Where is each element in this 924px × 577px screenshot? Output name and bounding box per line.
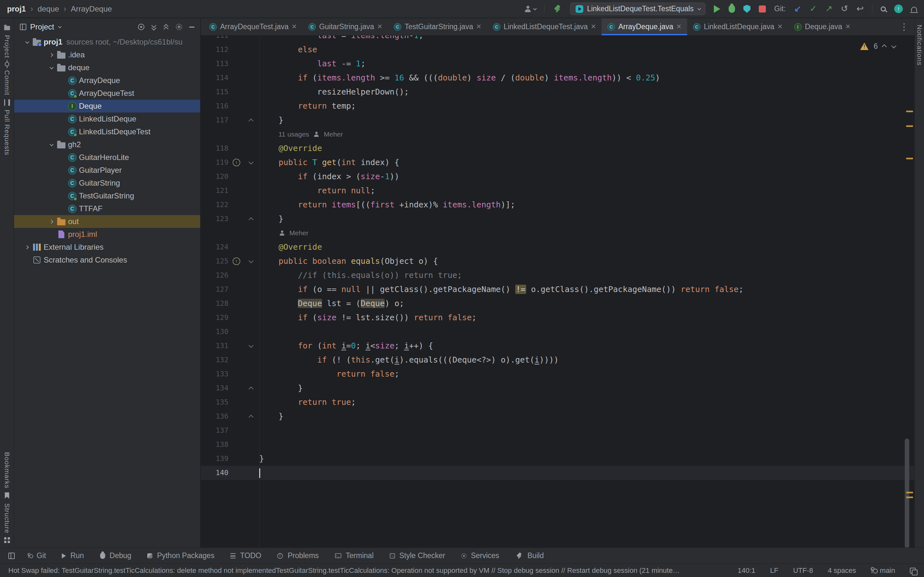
- vcs-update-icon[interactable]: [794, 5, 801, 13]
- locate-icon[interactable]: [138, 24, 144, 30]
- tab-arraydeque-java[interactable]: CArrayDeque.java: [602, 18, 687, 35]
- tab-deque-java[interactable]: IDeque.java: [788, 18, 856, 35]
- line-number[interactable]: 134: [201, 381, 228, 395]
- debug-button[interactable]: [729, 5, 735, 13]
- code-line[interactable]: 128 Deque lst = (Deque) o;: [201, 297, 914, 311]
- tree-item-guitarherolite[interactable]: CGuitarHeroLite: [14, 151, 200, 164]
- overrides-method-icon[interactable]: [233, 159, 240, 166]
- code-line[interactable]: 119 public T get(int index) {: [201, 155, 914, 169]
- close-icon[interactable]: [845, 23, 850, 31]
- fold-open-icon[interactable]: [248, 343, 254, 348]
- line-number[interactable]: 122: [201, 198, 228, 212]
- line-number[interactable]: 113: [201, 57, 228, 71]
- code-line[interactable]: 123 }: [201, 212, 914, 226]
- line-number[interactable]: 139: [201, 452, 228, 466]
- line-number[interactable]: 133: [201, 367, 228, 381]
- fold-open-icon[interactable]: [248, 159, 254, 164]
- ide-update-icon[interactable]: [894, 5, 903, 13]
- code-line[interactable]: 134 }: [201, 381, 914, 395]
- line-number[interactable]: 124: [201, 240, 228, 254]
- line-number[interactable]: 112: [201, 43, 228, 57]
- tab-linkedlistdeque-java[interactable]: CLinkedListDeque.java: [687, 18, 788, 35]
- run-configuration-selector[interactable]: LinkedListDequeTest.TestEquals: [570, 3, 706, 15]
- notifications-stripe-button[interactable]: Notifications: [916, 25, 923, 65]
- tree-item-deque[interactable]: deque: [14, 61, 200, 74]
- code-line[interactable]: 136 }: [201, 409, 914, 424]
- toolwindow-button-todo[interactable]: TODO: [222, 548, 269, 564]
- code-line[interactable]: 129 if (size != lst.size()) return false…: [201, 311, 914, 325]
- code-line[interactable]: 121 return null;: [201, 184, 914, 198]
- rollback-icon[interactable]: [856, 5, 864, 13]
- usages-hint[interactable]: 11 usages: [278, 131, 309, 138]
- tree-item-out[interactable]: out: [14, 215, 200, 228]
- code-line[interactable]: 115 resizeHelperDown();: [201, 85, 914, 99]
- code-line[interactable]: 132 if (! (this.get(i).equals(((Deque<?>…: [201, 353, 914, 367]
- toolwindow-button-git[interactable]: Git: [19, 548, 53, 564]
- chevron-down-icon[interactable]: [58, 25, 61, 28]
- stripe-button-project[interactable]: Project: [3, 23, 11, 58]
- tool-window-toggle[interactable]: [4, 548, 19, 564]
- tree-item-proj1[interactable]: proj1sources root, ~/Desktop/cs61bl/su: [14, 35, 200, 48]
- code-line[interactable]: 113 last -= 1;: [201, 57, 914, 71]
- toolwindow-button-problems[interactable]: Problems: [269, 548, 326, 564]
- close-icon[interactable]: [778, 23, 782, 31]
- code-line[interactable]: 137: [201, 424, 914, 438]
- code-line[interactable]: 127 if (o == null || getClass().getPacka…: [201, 282, 914, 297]
- stop-button[interactable]: [759, 5, 766, 13]
- line-number[interactable]: 135: [201, 395, 228, 409]
- tree-item-ttfaf[interactable]: CTTFAF: [14, 202, 200, 215]
- code-line[interactable]: 114 if (items.length >= 16 && (((double)…: [201, 71, 914, 85]
- line-number[interactable]: 118: [201, 141, 228, 155]
- toolwindow-button-python-packages[interactable]: Python Packages: [139, 548, 222, 564]
- warning-stripe-mark[interactable]: [906, 496, 913, 498]
- tree-item-linkedlistdeque[interactable]: CLinkedListDeque: [14, 113, 200, 125]
- close-icon[interactable]: [292, 23, 297, 31]
- line-number[interactable]: 117: [201, 113, 228, 127]
- stripe-button-structure[interactable]: Structure: [3, 503, 11, 543]
- line-number[interactable]: 129: [201, 311, 228, 325]
- close-icon[interactable]: [377, 23, 382, 31]
- code-line[interactable]: 112 else: [201, 43, 914, 57]
- stripe-button-bookmarks[interactable]: Bookmarks: [3, 452, 11, 499]
- expand-all-icon[interactable]: [152, 24, 157, 30]
- code-line[interactable]: 117 }: [201, 113, 914, 127]
- tree-item-guitarplayer[interactable]: CGuitarPlayer: [14, 164, 200, 177]
- warning-stripe-mark[interactable]: [906, 125, 913, 127]
- tree-item-deque[interactable]: IDeque: [14, 100, 200, 113]
- tab-overflow-icon[interactable]: [894, 21, 914, 32]
- history-icon[interactable]: [841, 5, 848, 13]
- warning-stripe-mark[interactable]: [906, 492, 913, 493]
- tree-item-gh2[interactable]: gh2: [14, 138, 200, 151]
- toolwindow-button-services[interactable]: Services: [453, 548, 507, 564]
- line-number[interactable]: 136: [201, 409, 228, 424]
- tree-chevron-icon[interactable]: [46, 220, 56, 223]
- tree-chevron-icon[interactable]: [46, 66, 56, 69]
- code-line[interactable]: 140: [201, 466, 914, 480]
- author-hint[interactable]: Meher: [289, 229, 309, 237]
- author-hint[interactable]: Meher: [324, 131, 343, 138]
- code-line[interactable]: 118 @Override: [201, 141, 914, 155]
- toolwindow-button-build[interactable]: Build: [507, 548, 551, 564]
- code-vision-hint[interactable]: 11 usagesMeher: [259, 131, 343, 138]
- build-hammer-icon[interactable]: [553, 5, 562, 13]
- code-line[interactable]: 122 return items[((first +index)% items.…: [201, 198, 914, 212]
- line-number[interactable]: 132: [201, 353, 228, 367]
- line-number[interactable]: 114: [201, 71, 228, 85]
- line-number[interactable]: 130: [201, 325, 228, 339]
- line-number[interactable]: 123: [201, 212, 228, 226]
- line-number[interactable]: 128: [201, 297, 228, 311]
- hide-icon[interactable]: [189, 27, 194, 27]
- tab-arraydequetest-java[interactable]: CArrayDequeTest.java: [204, 18, 302, 35]
- tree-chevron-icon[interactable]: [46, 53, 56, 56]
- caret-position-widget[interactable]: 140:1: [738, 566, 755, 575]
- line-number[interactable]: 115: [201, 85, 228, 99]
- code-line[interactable]: 126 //if (this.equals(o)) return true;: [201, 268, 914, 282]
- fold-close-icon[interactable]: [248, 414, 254, 420]
- line-number[interactable]: 140: [201, 466, 228, 480]
- line-separator-widget[interactable]: LF: [770, 566, 779, 575]
- status-extra-icon[interactable]: [910, 568, 916, 574]
- run-button[interactable]: [714, 5, 720, 13]
- code-line[interactable]: 138: [201, 438, 914, 452]
- fold-close-icon[interactable]: [248, 217, 254, 222]
- code-line[interactable]: 135 return true;: [201, 395, 914, 409]
